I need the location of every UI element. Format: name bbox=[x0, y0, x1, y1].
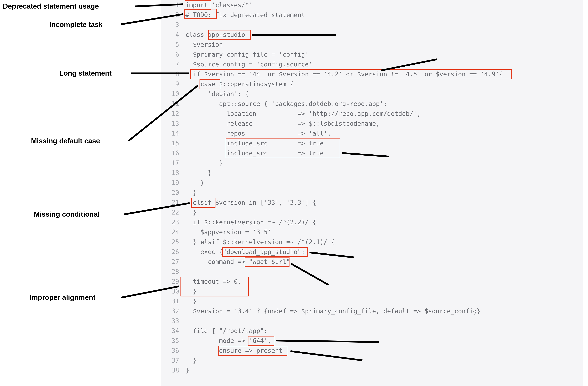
lineno: 9 bbox=[161, 80, 179, 87]
code-line: } bbox=[186, 367, 189, 374]
lineno: 20 bbox=[161, 189, 179, 196]
lineno: 25 bbox=[161, 238, 179, 246]
code-line: release => $::lsbdistcodename, bbox=[186, 120, 380, 127]
lineno: 37 bbox=[161, 357, 179, 364]
code-line: exec {"download_app_studio": bbox=[186, 248, 305, 256]
lineno: 7 bbox=[161, 61, 179, 68]
code-line: 'debian': { bbox=[186, 90, 249, 97]
lineno: 10 bbox=[161, 90, 179, 97]
lineno: 5 bbox=[161, 41, 179, 48]
code-line: class app-studio bbox=[186, 31, 245, 38]
code-line: } bbox=[186, 169, 211, 176]
code-line: case $::operatingsystem { bbox=[186, 80, 294, 87]
lineno: 35 bbox=[161, 337, 179, 344]
code-line: ensure => present bbox=[186, 347, 283, 354]
label-long: Long statement bbox=[59, 69, 112, 77]
lineno: 12 bbox=[161, 110, 179, 117]
lineno: 38 bbox=[161, 367, 179, 374]
lineno: 11 bbox=[161, 100, 179, 107]
label-deprecated: Deprecated statement usage bbox=[3, 2, 99, 10]
code-line: } bbox=[186, 288, 197, 295]
lineno: 13 bbox=[161, 120, 179, 127]
code-line: } elsif $::kernelversion =~ /^(2.1)/ { bbox=[186, 238, 335, 246]
lineno: 14 bbox=[161, 130, 179, 137]
lineno: 4 bbox=[161, 31, 179, 38]
lineno: 1 bbox=[161, 1, 179, 9]
lineno: 21 bbox=[161, 199, 179, 206]
lineno: 16 bbox=[161, 150, 179, 157]
code-line: mode => '644', bbox=[186, 337, 271, 344]
label-missing-cond: Missing conditional bbox=[34, 210, 100, 218]
code-line: if $version == '44' or $version == '4.2'… bbox=[186, 70, 503, 78]
lineno: 2 bbox=[161, 11, 179, 19]
code-line: repos => 'all', bbox=[186, 130, 331, 137]
code-line: $source_config = 'config.source' bbox=[186, 61, 313, 68]
lineno: 26 bbox=[161, 248, 179, 256]
code-line: timeout => 0, bbox=[186, 278, 241, 285]
code-line: include_src => true bbox=[186, 140, 324, 147]
code-line: location => 'http://repo.app.com/dotdeb/… bbox=[186, 110, 421, 117]
code-line: include_src => true bbox=[186, 150, 324, 157]
code-line: } bbox=[186, 209, 197, 216]
code-line: $appversion = '3.5' bbox=[186, 229, 271, 236]
code-line: # TODO: fix deprecated statement bbox=[186, 11, 305, 19]
code-line: $version = '3.4' ? {undef => $primary_co… bbox=[186, 307, 481, 315]
lineno: 29 bbox=[161, 278, 179, 285]
lineno: 24 bbox=[161, 229, 179, 236]
lineno: 18 bbox=[161, 169, 179, 176]
lineno: 6 bbox=[161, 51, 179, 58]
label-missing-default: Missing default case bbox=[31, 137, 100, 145]
code-pane: 1 2 3 4 5 6 7 8 9 10 11 12 13 14 15 16 1… bbox=[161, 0, 583, 386]
lineno: 31 bbox=[161, 298, 179, 305]
lineno: 15 bbox=[161, 140, 179, 147]
lineno: 17 bbox=[161, 159, 179, 167]
lineno: 32 bbox=[161, 307, 179, 315]
code-line: } bbox=[186, 357, 197, 364]
code-line: } bbox=[186, 179, 204, 186]
gutter: 1 2 3 4 5 6 7 8 9 10 11 12 13 14 15 16 1… bbox=[161, 0, 182, 386]
lineno: 27 bbox=[161, 258, 179, 265]
lineno: 8 bbox=[161, 70, 179, 78]
code-line: command => "wget $url", bbox=[186, 258, 294, 265]
lineno: 3 bbox=[161, 21, 179, 28]
lineno: 22 bbox=[161, 209, 179, 216]
lineno: 30 bbox=[161, 288, 179, 295]
code-line: } bbox=[186, 159, 223, 167]
code-line: apt::source { 'packages.dotdeb.org-repo.… bbox=[186, 100, 387, 107]
lineno: 34 bbox=[161, 327, 179, 334]
label-incomplete: Incomplete task bbox=[49, 21, 103, 29]
code-line: file { "/root/.app": bbox=[186, 327, 268, 334]
code-line: } bbox=[186, 298, 197, 305]
figure-root: Deprecated statement usage Incomplete ta… bbox=[0, 0, 588, 386]
label-improper-align: Improper alignment bbox=[30, 293, 95, 301]
code-line: if $::kernelversion =~ /^(2.2)/ { bbox=[186, 219, 316, 226]
lineno: 33 bbox=[161, 317, 179, 324]
lineno: 28 bbox=[161, 268, 179, 275]
lineno: 23 bbox=[161, 219, 179, 226]
code-line: elsif $version in ['33', '3.3'] { bbox=[186, 199, 316, 206]
lineno: 19 bbox=[161, 179, 179, 186]
code-line: } bbox=[186, 189, 197, 196]
code-line: import 'classes/*' bbox=[186, 1, 253, 9]
code-line: $version bbox=[186, 41, 223, 48]
code-line: $primary_config_file = 'config' bbox=[186, 51, 309, 58]
lineno: 36 bbox=[161, 347, 179, 354]
